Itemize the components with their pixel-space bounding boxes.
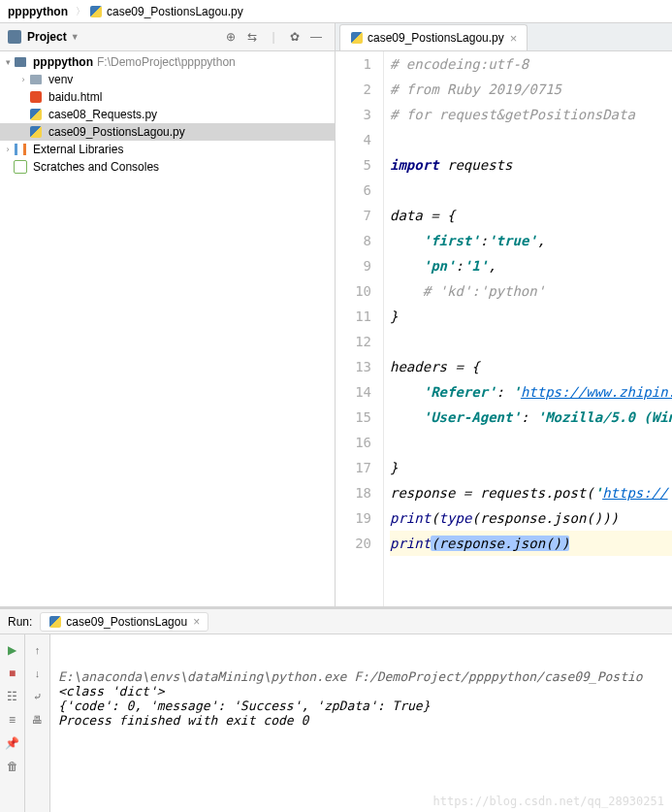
close-icon[interactable]: ×: [193, 615, 200, 629]
filter-icon[interactable]: ≡: [3, 710, 22, 730]
run-title: Run:: [8, 615, 32, 629]
python-file-icon: [350, 31, 364, 45]
python-file-icon: [29, 108, 43, 121]
breadcrumb: ppppython 〉 case09_PostionsLagou.py: [0, 0, 672, 23]
tree-root-name: ppppython: [33, 55, 93, 69]
breadcrumb-root[interactable]: ppppython: [8, 5, 68, 18]
project-icon: [8, 30, 21, 44]
tree-file-baidu[interactable]: baidu.html: [0, 88, 335, 106]
library-icon: [14, 143, 27, 156]
python-file-icon: [89, 5, 103, 18]
run-tab[interactable]: case09_PostionsLagou ×: [40, 612, 208, 632]
close-icon[interactable]: ×: [510, 31, 518, 46]
divider: |: [263, 26, 284, 48]
breadcrumb-root-label: ppppython: [8, 5, 68, 18]
locate-icon[interactable]: ⊕: [220, 26, 241, 48]
scratch-icon: [14, 160, 27, 174]
editor-body[interactable]: 1234567891011121314151617181920 # encode…: [336, 51, 672, 606]
layout-icon[interactable]: ☷: [3, 687, 22, 706]
tree-folder-venv[interactable]: › venv: [0, 71, 335, 88]
project-sidebar: Project ▼ ⊕ ⇆ | ✿ — ▾ ppppython F:\DemoP…: [0, 23, 336, 606]
tree-scratches[interactable]: Scratches and Consoles: [0, 158, 335, 176]
run-tab-label: case09_PostionsLagou: [66, 615, 187, 629]
tree-label: External Libraries: [33, 143, 123, 156]
editor-tab[interactable]: case09_PostionsLagou.py ×: [339, 24, 528, 50]
tree-root-path: F:\DemoProject\ppppython: [97, 55, 236, 69]
console-output[interactable]: E:\anaconda\envs\dataMining\python.exe F…: [50, 634, 672, 812]
python-file-icon: [29, 125, 43, 139]
run-header: Run: case09_PostionsLagou ×: [0, 609, 672, 634]
editor-tab-label: case09_PostionsLagou.py: [368, 31, 504, 45]
breadcrumb-file-label: case09_PostionsLagou.py: [107, 5, 243, 18]
chevron-right-icon[interactable]: ›: [2, 145, 14, 154]
chevron-right-icon: 〉: [76, 5, 85, 18]
project-tree[interactable]: ▾ ppppython F:\DemoProject\ppppython › v…: [0, 51, 335, 606]
tree-label: baidu.html: [48, 90, 102, 104]
breadcrumb-file[interactable]: case09_PostionsLagou.py: [89, 5, 243, 18]
run-panel: Run: case09_PostionsLagou × ▶ ■ ☷ ≡ 📌 🗑 …: [0, 606, 672, 812]
run-toolbar-primary: ▶ ■ ☷ ≡ 📌 🗑: [0, 634, 25, 812]
pin-icon[interactable]: 📌: [3, 733, 22, 753]
gear-icon[interactable]: ✿: [284, 26, 305, 48]
html-file-icon: [29, 90, 43, 104]
python-file-icon: [48, 615, 62, 629]
stop-icon[interactable]: ■: [3, 664, 22, 683]
up-icon[interactable]: ↑: [28, 640, 48, 660]
sidebar-title: Project: [27, 30, 67, 44]
tree-external-libs[interactable]: › External Libraries: [0, 141, 335, 158]
editor-area: case09_PostionsLagou.py × 12345678910111…: [336, 23, 672, 606]
tree-file-case08[interactable]: case08_Requests.py: [0, 106, 335, 123]
folder-icon: [14, 55, 27, 69]
tree-label: venv: [48, 73, 73, 86]
down-icon[interactable]: ↓: [28, 664, 48, 683]
sidebar-header: Project ▼ ⊕ ⇆ | ✿ —: [0, 23, 335, 51]
tree-root[interactable]: ▾ ppppython F:\DemoProject\ppppython: [0, 53, 335, 71]
chevron-down-icon[interactable]: ▾: [2, 57, 14, 67]
wrap-icon[interactable]: ⤶: [28, 687, 48, 706]
tree-label: Scratches and Consoles: [33, 160, 159, 174]
watermark: https://blog.csdn.net/qq_28930251: [433, 795, 664, 808]
tree-file-case09[interactable]: case09_PostionsLagou.py: [0, 123, 335, 141]
line-gutter: 1234567891011121314151617181920: [336, 51, 384, 606]
tree-label: case08_Requests.py: [48, 108, 157, 121]
editor-tabs: case09_PostionsLagou.py ×: [336, 23, 672, 51]
code-content[interactable]: # encodeing:utf-8# from Ruby 2019/0715# …: [384, 51, 672, 606]
trash-icon[interactable]: 🗑: [3, 757, 22, 776]
print-icon[interactable]: 🖶: [28, 710, 48, 730]
minimize-icon[interactable]: —: [305, 26, 327, 48]
run-toolbar-secondary: ↑ ↓ ⤶ 🖶: [25, 634, 50, 812]
folder-icon: [29, 73, 43, 86]
tree-label: case09_PostionsLagou.py: [48, 125, 185, 139]
chevron-right-icon[interactable]: ›: [17, 75, 29, 84]
run-icon[interactable]: ▶: [3, 640, 22, 660]
chevron-down-icon[interactable]: ▼: [71, 32, 80, 42]
expand-icon[interactable]: ⇆: [241, 26, 263, 48]
